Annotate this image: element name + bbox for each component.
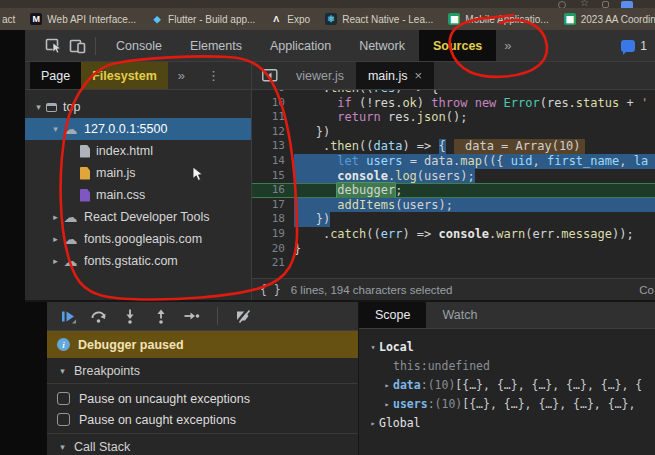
- line-number[interactable]: 21: [252, 256, 294, 271]
- bookmarks-bar: actMWeb API Interface...◆Flutter - Build…: [0, 8, 655, 30]
- scope-row-local[interactable]: ▾Local: [367, 337, 655, 356]
- code-token: log: [395, 169, 417, 184]
- scope-row-global[interactable]: ▸Global: [367, 413, 655, 432]
- hide-navigator-icon[interactable]: [258, 64, 282, 88]
- breakpoints-section-header[interactable]: ▾ Breakpoints: [47, 358, 358, 384]
- navigator-menu-icon[interactable]: ⋮: [207, 68, 220, 83]
- bookmark-star-icon[interactable]: ☆: [580, 0, 589, 8]
- colon: :: [421, 378, 428, 392]
- device-toolbar-icon[interactable]: [65, 34, 89, 58]
- bookmark-favicon: Λ: [270, 13, 282, 25]
- bookmark-item[interactable]: ▦Mobile Applicatio...: [448, 13, 548, 25]
- expander-icon[interactable]: ▸: [50, 256, 61, 266]
- tab-elements[interactable]: Elements: [176, 30, 256, 61]
- checkbox-row: Pause on uncaught exceptions: [47, 388, 358, 409]
- step-into-button[interactable]: [118, 304, 142, 328]
- code-line-12: 12 }): [252, 125, 655, 140]
- debugger-pane: i Debugger paused ▾ Breakpoints Pause on…: [47, 302, 359, 455]
- checkbox-row: Pause on caught exceptions: [47, 409, 358, 430]
- tree-item-127-0-0-1-5500[interactable]: ▾☁127.0.0.1:5500: [25, 118, 251, 140]
- deactivate-breakpoints-button[interactable]: [231, 304, 255, 328]
- bookmark-label: Flutter - Build app...: [168, 14, 255, 25]
- call-stack-section-header[interactable]: ▾ Call Stack: [47, 433, 358, 455]
- bookmark-item[interactable]: ◆Flutter - Build app...: [151, 13, 255, 25]
- expander-icon[interactable]: ▾: [50, 124, 61, 134]
- line-number[interactable]: 20: [252, 242, 294, 257]
- variable-name: Global: [379, 416, 421, 430]
- file-tab-label: viewer.js: [296, 69, 344, 83]
- line-number[interactable]: 11: [252, 110, 294, 125]
- issues-bubble-icon: [621, 40, 635, 52]
- file-tab-viewer-js[interactable]: viewer.js: [284, 62, 356, 89]
- line-number[interactable]: 14: [252, 154, 294, 169]
- bookmark-item[interactable]: act: [2, 14, 15, 25]
- tree-item-main-css[interactable]: main.css: [25, 184, 251, 206]
- scope-row-data[interactable]: ▸data: (10) [{…}, {…}, {…}, {…}, {…}, {: [367, 375, 655, 394]
- tree-item-fonts-googleapis-com[interactable]: ▸☁fonts.googleapis.com: [25, 228, 251, 250]
- code-line-19: 19 .catch((err) => console.warn(err.mess…: [252, 227, 655, 242]
- line-number[interactable]: 17: [252, 198, 294, 213]
- bookmark-favicon: ⚛: [325, 13, 337, 25]
- resume-button[interactable]: [56, 304, 80, 328]
- navigator-tab-page[interactable]: Page: [30, 62, 81, 89]
- bookmark-label: 2023 AA Coordina...: [581, 14, 655, 25]
- code-token: [294, 183, 337, 198]
- expander-icon[interactable]: ▾: [367, 342, 379, 352]
- code-editor: 9 .then((res) => {10 if (!res.ok) throw …: [252, 90, 655, 300]
- navigator-more-tabs-icon[interactable]: »: [170, 68, 193, 83]
- code-token: (!res.: [352, 96, 403, 111]
- tree-item-fonts-gstatic-com[interactable]: ▸☁fonts.gstatic.com: [25, 250, 251, 272]
- inspect-element-icon[interactable]: [41, 34, 65, 58]
- step-out-button[interactable]: [149, 304, 173, 328]
- more-tabs-icon[interactable]: »: [496, 38, 519, 53]
- code-line-17: 17 addItems(users);: [252, 198, 655, 213]
- colon: :: [421, 359, 428, 373]
- tree-item-label: React Developer Tools: [84, 210, 210, 224]
- code-token: ) =>: [402, 139, 438, 154]
- tab-console[interactable]: Console: [102, 30, 176, 61]
- bookmark-item[interactable]: MWeb API Interface...: [30, 13, 136, 25]
- checkbox-label: Pause on caught exceptions: [79, 413, 236, 427]
- expander-icon[interactable]: ▾: [33, 102, 44, 112]
- scope-tab-scope[interactable]: Scope: [359, 302, 426, 328]
- line-number[interactable]: 12: [252, 125, 294, 140]
- tree-item-top[interactable]: ▾top: [25, 96, 251, 118]
- navigator-tab-filesystem[interactable]: Filesystem: [81, 62, 168, 89]
- step-button[interactable]: [180, 304, 204, 328]
- tab-sources[interactable]: Sources: [419, 30, 496, 61]
- checkbox-unchecked[interactable]: [57, 413, 70, 426]
- pretty-print-button[interactable]: { }: [252, 283, 291, 297]
- tree-item-index-html[interactable]: index.html: [25, 140, 251, 162]
- bookmark-item[interactable]: ▦2023 AA Coordina...: [564, 13, 655, 25]
- line-number[interactable]: 15: [252, 169, 294, 184]
- tab-network[interactable]: Network: [345, 30, 419, 61]
- expander-icon[interactable]: ▸: [381, 380, 393, 390]
- file-tab-main-js[interactable]: main.js×: [356, 62, 434, 89]
- bookmark-favicon: ▦: [448, 13, 460, 25]
- scope-tab-watch[interactable]: Watch: [426, 302, 493, 328]
- checkbox-unchecked[interactable]: [57, 392, 70, 405]
- tree-item-main-js[interactable]: main.js: [25, 162, 251, 184]
- expander-icon[interactable]: ▸: [367, 418, 379, 428]
- scope-row-users[interactable]: ▸users: (10) [{…}, {…}, {…}, {…}, {…},: [367, 394, 655, 413]
- line-number[interactable]: 10: [252, 96, 294, 111]
- line-number[interactable]: 18: [252, 212, 294, 227]
- code-line-10: 10 if (!res.ok) throw new Error(res.stat…: [252, 96, 655, 111]
- info-icon: i: [57, 338, 70, 351]
- close-tab-icon[interactable]: ×: [415, 68, 423, 83]
- bookmark-item[interactable]: ⚛React Native - Lea...: [325, 13, 433, 25]
- extension-icon[interactable]: [602, 1, 609, 8]
- issues-counter[interactable]: 1: [621, 39, 647, 53]
- tree-item-label: 127.0.0.1:5500: [84, 122, 167, 136]
- expander-icon[interactable]: ▸: [381, 399, 393, 409]
- line-number[interactable]: 16: [252, 183, 294, 198]
- tree-item-React-Developer-Tools[interactable]: ▸☁React Developer Tools: [25, 206, 251, 228]
- line-number[interactable]: 13: [252, 139, 294, 154]
- code-viewport[interactable]: 9 .then((res) => {10 if (!res.ok) throw …: [252, 90, 655, 278]
- line-number[interactable]: 19: [252, 227, 294, 242]
- step-over-button[interactable]: [87, 304, 111, 328]
- expander-icon[interactable]: ▸: [50, 234, 61, 244]
- tab-application[interactable]: Application: [256, 30, 345, 61]
- bookmark-item[interactable]: ΛExpo: [270, 13, 310, 25]
- expander-icon[interactable]: ▸: [50, 212, 61, 222]
